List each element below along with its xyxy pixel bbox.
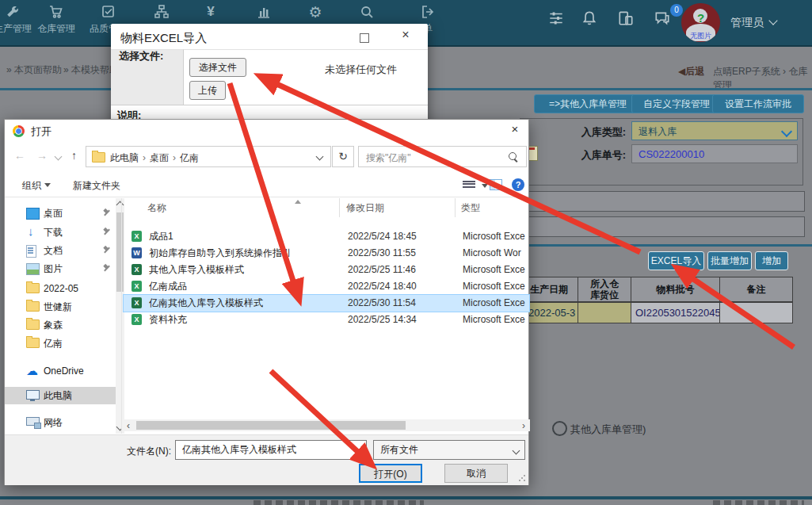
nav-warehouse[interactable]: 仓库管理 xyxy=(32,4,80,36)
address-folder[interactable]: 亿南 xyxy=(180,152,199,163)
preview-pane-icon[interactable] xyxy=(490,179,502,190)
sidebar-item[interactable]: OneDrive xyxy=(5,362,116,380)
list-view-icon[interactable] xyxy=(463,180,475,190)
scroll-left-icon[interactable]: ‹ xyxy=(127,420,130,431)
horizontal-scrollbar[interactable]: ‹ › xyxy=(122,419,530,431)
resize-grip[interactable] xyxy=(518,474,526,482)
dialog-toolbar: 组织 新建文件夹 ? xyxy=(5,173,528,197)
sliders-icon xyxy=(547,10,565,27)
chevron-down-icon[interactable] xyxy=(316,153,324,161)
clipped-text xyxy=(713,500,804,505)
nav-reports[interactable] xyxy=(240,4,288,22)
bar-chart-icon xyxy=(256,4,272,20)
file-row: 选择文件 未选择任何文件 上传 xyxy=(184,49,428,105)
file-type-icon xyxy=(132,247,142,258)
sidebar-item-icon xyxy=(26,390,40,400)
screen: » 本页面帮助 » 本模块帮助 ◀后退 点晴ERP子系统 › 仓库管理 =>其他… xyxy=(0,0,812,505)
scroll-right-icon[interactable]: › xyxy=(522,420,525,431)
filename-input[interactable]: 亿南其他入库导入模板样式 xyxy=(175,440,367,460)
radio-button[interactable] xyxy=(552,421,567,436)
filename-label: 文件名(N): xyxy=(5,445,171,458)
cancel-button[interactable]: 取消 xyxy=(444,464,508,483)
cell-batch-no[interactable]: OI2205301522045 xyxy=(631,302,720,323)
chevron-down-icon xyxy=(513,447,520,455)
file-row[interactable]: 初始库存自助导入到系统操作指引 2022/5/30 11:55 Microsof… xyxy=(124,245,529,262)
other-inbound-mgmt-button[interactable]: =>其他入库单管理 xyxy=(534,94,642,113)
forward-icon[interactable]: → xyxy=(36,149,48,162)
nav-finance[interactable]: ¥ xyxy=(187,4,234,22)
back-icon[interactable]: ← xyxy=(14,149,25,162)
excel-import-button[interactable]: EXCEL导入 xyxy=(648,251,704,270)
back-link[interactable]: ◀后退 xyxy=(678,65,704,78)
sidebar-item[interactable]: 象森 xyxy=(5,316,116,334)
sidebar-item[interactable]: 桌面 xyxy=(5,205,116,222)
sidebar-item[interactable]: 此电脑 xyxy=(5,387,116,404)
file-list: 名称 修改日期 类型 成品1 2022/5/24 18:45 Microsoft… xyxy=(121,198,531,434)
section-bar xyxy=(515,191,805,212)
file-row[interactable]: 成品1 2022/5/24 18:45 Microsoft Exce xyxy=(124,228,529,245)
avatar[interactable]: ? 无图片 xyxy=(681,3,720,42)
upload-button[interactable]: 上传 xyxy=(189,81,226,100)
pin-icon xyxy=(103,247,110,254)
page-help-link[interactable]: » 本页面帮助 xyxy=(6,63,62,77)
file-row[interactable]: 亿南其他入库导入模板样式 2022/5/30 11:54 Microsoft E… xyxy=(124,295,529,312)
scroll-thumb[interactable] xyxy=(136,421,406,430)
nav-production[interactable]: 生产管理 xyxy=(0,4,36,36)
inbound-type-select[interactable]: 退料入库 xyxy=(631,121,798,140)
file-type-icon xyxy=(132,231,142,242)
nav-organization[interactable] xyxy=(138,4,185,22)
inbound-no-field[interactable]: CS022200010 xyxy=(631,144,798,163)
custom-fields-button[interactable]: 自定义字段管理 xyxy=(631,94,722,113)
open-button[interactable]: 打开(O) xyxy=(359,464,422,483)
sidebar-item[interactable]: 网络 xyxy=(5,414,116,431)
radio-label: 其他入库单管理) xyxy=(570,423,646,437)
nav-search[interactable] xyxy=(343,4,391,22)
address-bar[interactable]: 此电脑›桌面›亿南 xyxy=(86,146,331,167)
new-folder-button[interactable]: 新建文件夹 xyxy=(73,179,120,193)
sort-caret-icon xyxy=(295,200,301,204)
batch-add-button[interactable]: 批量增加 xyxy=(707,251,752,270)
sidebar-item[interactable]: 亿南 xyxy=(5,335,116,352)
up-icon[interactable]: ↑ xyxy=(71,149,77,162)
sidebar-item[interactable]: 文档 xyxy=(5,242,116,259)
column-type[interactable]: 类型 xyxy=(461,201,480,215)
file-row[interactable]: 资料补充 2022/5/25 14:34 Microsoft Exce xyxy=(124,312,529,328)
wrench-icon xyxy=(5,4,21,20)
cell-note[interactable] xyxy=(719,302,793,323)
help-icon[interactable]: ? xyxy=(512,178,524,191)
add-button[interactable]: 增加 xyxy=(755,251,788,270)
sidebar-item[interactable]: 图片 xyxy=(5,260,116,277)
nav-settings[interactable]: ⚙ xyxy=(292,4,339,22)
view-chevron-icon[interactable] xyxy=(482,184,488,188)
search-input[interactable]: 搜索"亿南" xyxy=(358,146,527,167)
message-count-badge: 0 xyxy=(670,4,683,17)
bottom-bar xyxy=(0,496,812,499)
column-name[interactable]: 名称 xyxy=(147,201,166,215)
sidebar-item[interactable]: 下载 xyxy=(5,224,116,241)
file-row[interactable]: 其他入库导入模板样式 2022/5/25 11:46 Microsoft Exc… xyxy=(124,262,529,278)
filetype-select[interactable]: 所有文件 xyxy=(373,440,525,460)
refresh-button[interactable]: ↻ xyxy=(332,146,354,167)
inbound-no-label: 入库单号: xyxy=(523,148,626,163)
choose-file-button[interactable]: 选择文件 xyxy=(189,58,246,77)
sidebar-item[interactable]: 2022-05 xyxy=(5,280,116,297)
workflow-approve-button[interactable]: 设置工作流审批 xyxy=(712,94,804,113)
organize-menu[interactable]: 组织 xyxy=(22,179,51,193)
file-row[interactable]: 亿南成品 2022/5/24 18:40 Microsoft Exce xyxy=(124,278,529,295)
sidebar-item-icon xyxy=(26,283,40,293)
chevron-down-icon xyxy=(768,16,777,25)
no-file-text: 未选择任何文件 xyxy=(325,63,397,77)
user-menu[interactable]: 管理员 xyxy=(730,16,776,30)
column-date[interactable]: 修改日期 xyxy=(346,201,384,215)
history-chevron-icon[interactable] xyxy=(55,153,63,161)
close-icon[interactable]: × xyxy=(398,28,414,42)
address-desktop[interactable]: 桌面 xyxy=(150,152,169,163)
cell-location[interactable] xyxy=(578,302,631,323)
maximize-icon[interactable] xyxy=(360,33,369,43)
close-icon[interactable]: × xyxy=(505,122,524,138)
sidebar-item-icon xyxy=(26,245,36,258)
address-this-pc[interactable]: 此电脑 xyxy=(110,152,139,163)
file-label: 选择文件: xyxy=(119,49,163,63)
chevron-down-icon xyxy=(781,126,792,137)
sidebar-item[interactable]: 世健新 xyxy=(5,298,116,316)
